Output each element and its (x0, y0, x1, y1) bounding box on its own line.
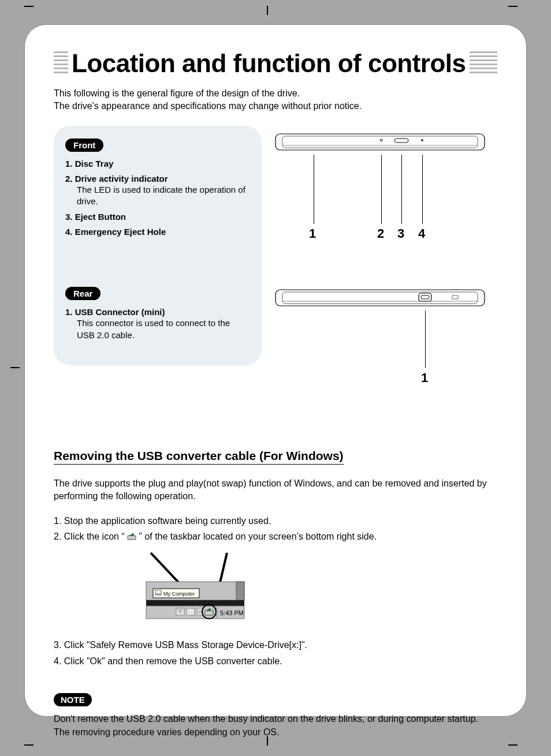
svg-rect-4 (394, 139, 408, 143)
svg-rect-16 (236, 582, 244, 600)
front-item-3: 3. Eject Button (65, 212, 250, 222)
page-title: Location and function of controls (68, 49, 470, 78)
note-section: NOTE Don't remove the USB 2.0 cable when… (54, 670, 497, 739)
item-desc: The LED is used to indicate the operatio… (77, 184, 250, 208)
intro-line-1: This following is the general figure of … (54, 87, 497, 100)
rear-label-pill: Rear (65, 287, 100, 300)
front-panel: Front 1. Disc Tray 2. Drive activity ind… (54, 126, 262, 365)
svg-point-5 (421, 139, 423, 141)
removing-section: Removing the USB converter cable (For Wi… (54, 420, 497, 669)
removing-steps: 1. Stop the application software being c… (54, 514, 497, 669)
figures-column: 1 2 3 4 (273, 126, 497, 420)
item-desc: This connector is used to connect to the… (77, 317, 250, 341)
safely-remove-icon (127, 530, 136, 545)
front-label-pill: Front (65, 139, 103, 152)
intro-line-2: The drive's appearance and specification… (54, 100, 497, 113)
item-title: 1. Disc Tray (65, 159, 113, 169)
page-title-wrap: Location and function of controls (54, 49, 497, 78)
note-label-pill: NOTE (54, 693, 92, 706)
svg-rect-7 (282, 292, 478, 304)
item-title: 2. Drive activity indicator (65, 174, 168, 184)
svg-rect-12 (128, 536, 136, 540)
svg-point-25 (198, 610, 202, 613)
item-title: 3. Eject Button (65, 212, 126, 222)
removing-intro: The drive supports the plug and play(not… (54, 477, 497, 503)
callout-2: 2 (377, 226, 384, 241)
front-item-1: 1. Disc Tray (65, 159, 250, 169)
step-1: 1. Stop the application software being c… (54, 514, 497, 529)
callout-4: 4 (418, 226, 425, 241)
svg-rect-23 (187, 608, 195, 615)
step-4: 4. Click "Ok" and then remove the USB co… (54, 654, 497, 669)
callout-1: 1 (309, 226, 316, 241)
callout-3: 3 (397, 226, 404, 241)
svg-rect-1 (282, 136, 478, 148)
manual-page: Location and function of controls This f… (24, 24, 527, 717)
item-title: 1. USB Connector (mini) (65, 307, 165, 317)
removing-heading: Removing the USB converter cable (For Wi… (54, 449, 344, 465)
item-title: 4. Emergency Eject Hole (65, 227, 166, 237)
note-text-1: Don't remove the USB 2.0 cable when the … (54, 712, 497, 725)
note-text-2: The removing procedure varies depending … (54, 725, 497, 739)
taskbar-figure: My Computer (123, 552, 250, 631)
tooltip-text: My Computer (163, 591, 195, 597)
rear-device-figure: 1 (273, 287, 497, 386)
rear-callout-1: 1 (421, 370, 428, 386)
front-section: Front 1. Disc Tray 2. Drive activity ind… (54, 126, 497, 420)
svg-rect-20 (146, 600, 244, 606)
front-device-figure: 1 2 3 4 (273, 132, 497, 253)
front-item-4: 4. Emergency Eject Hole (65, 227, 250, 237)
front-item-2: 2. Drive activity indicator The LED is u… (65, 174, 250, 208)
step-2: 2. Click the icon “ ” of the taskbar loc… (54, 529, 497, 545)
intro-text: This following is the general figure of … (54, 87, 497, 113)
svg-rect-9 (419, 293, 431, 301)
svg-rect-19 (156, 593, 161, 595)
svg-rect-26 (205, 611, 213, 615)
step-3: 3. Click "Safely Remove USB Mass Storage… (54, 638, 497, 653)
rear-item-1: 1. USB Connector (mini) This connector i… (65, 307, 250, 341)
taskbar-clock: 5:43 PM (220, 609, 244, 616)
